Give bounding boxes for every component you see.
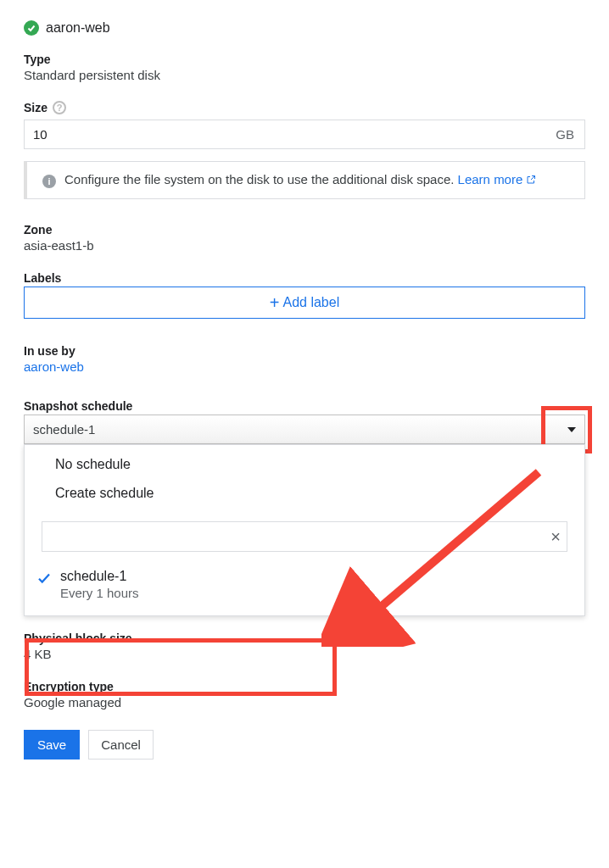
size-input-wrap: GB bbox=[24, 120, 585, 149]
learn-more-text: Learn more bbox=[458, 172, 523, 186]
schedule-option-body: schedule-1 Every 1 hours bbox=[60, 569, 139, 600]
phys-block-section: Physical block size 4 KB bbox=[24, 632, 585, 661]
help-icon[interactable]: ? bbox=[53, 101, 66, 114]
cancel-button[interactable]: Cancel bbox=[88, 730, 154, 760]
external-link-icon bbox=[526, 175, 536, 185]
schedule-selected-text: schedule-1 bbox=[33, 422, 95, 437]
schedule-filter-wrap: × bbox=[42, 521, 567, 552]
phys-block-value: 4 KB bbox=[24, 647, 585, 661]
info-icon: i bbox=[42, 175, 56, 188]
type-value: Standard persistent disk bbox=[24, 68, 585, 82]
size-unit: GB bbox=[545, 127, 584, 142]
in-use-label: In use by bbox=[24, 344, 585, 358]
info-box: i Configure the file system on the disk … bbox=[24, 161, 585, 199]
in-use-link[interactable]: aaron-web bbox=[24, 359, 84, 374]
disk-header: aaron-web bbox=[24, 20, 585, 36]
type-section: Type Standard persistent disk bbox=[24, 53, 585, 82]
info-text: Configure the file system on the disk to… bbox=[64, 172, 458, 186]
close-icon: × bbox=[550, 527, 561, 546]
learn-more-link[interactable]: Learn more bbox=[458, 172, 537, 186]
schedule-option-create[interactable]: Create schedule bbox=[25, 479, 584, 508]
schedule-filter-input[interactable] bbox=[42, 521, 567, 552]
size-label: Size bbox=[24, 101, 47, 114]
type-label: Type bbox=[24, 53, 585, 66]
schedule-option-sub: Every 1 hours bbox=[60, 586, 139, 600]
schedule-option-none[interactable]: No schedule bbox=[25, 445, 584, 479]
schedule-option-name: schedule-1 bbox=[60, 569, 139, 584]
labels-label: Labels bbox=[24, 271, 585, 285]
check-icon bbox=[36, 570, 52, 586]
add-label-button[interactable]: + Add label bbox=[24, 287, 585, 319]
encryption-section: Encryption type Google managed bbox=[24, 680, 585, 709]
encryption-value: Google managed bbox=[24, 695, 585, 709]
phys-block-label: Physical block size bbox=[24, 632, 585, 645]
clear-filter-button[interactable]: × bbox=[550, 527, 561, 547]
schedule-dropdown: No schedule Create schedule × schedule-1… bbox=[24, 444, 585, 616]
schedule-label: Snapshot schedule bbox=[24, 399, 585, 413]
chevron-down-icon bbox=[567, 427, 576, 432]
plus-icon: + bbox=[270, 294, 280, 311]
zone-value: asia-east1-b bbox=[24, 238, 585, 253]
schedule-option-schedule-1[interactable]: schedule-1 Every 1 hours bbox=[25, 560, 584, 609]
save-button[interactable]: Save bbox=[24, 730, 80, 760]
status-icon bbox=[24, 20, 39, 36]
disk-name: aaron-web bbox=[46, 20, 110, 36]
zone-label: Zone bbox=[24, 223, 585, 236]
add-label-text: Add label bbox=[282, 295, 339, 310]
size-input[interactable] bbox=[25, 120, 545, 148]
schedule-select-wrap: schedule-1 No schedule Create schedule ×… bbox=[24, 415, 585, 616]
info-text-wrap: Configure the file system on the disk to… bbox=[64, 172, 536, 188]
schedule-select[interactable]: schedule-1 bbox=[24, 415, 585, 444]
zone-section: Zone asia-east1-b bbox=[24, 223, 585, 253]
buttons-row: Save Cancel bbox=[24, 730, 585, 760]
size-header: Size ? bbox=[24, 101, 585, 114]
encryption-label: Encryption type bbox=[24, 680, 585, 693]
